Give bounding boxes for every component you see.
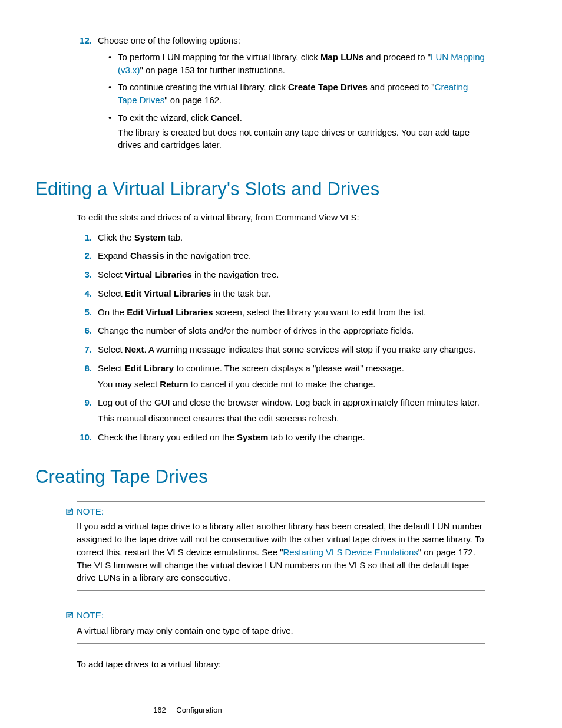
- creating-intro: To add tape drives to a virtual library:: [77, 658, 485, 671]
- step-list-continuation: 12. Choose one of the following options:…: [77, 34, 485, 156]
- note-icon: [66, 611, 74, 620]
- step-number: 6.: [77, 324, 92, 337]
- bold: Edit Virtual Libraries: [125, 288, 211, 298]
- link-restarting-vls[interactable]: Restarting VLS Device Emulations: [283, 547, 418, 557]
- bold: System: [237, 432, 268, 442]
- step-3: 3. Select Virtual Libraries in the navig…: [77, 268, 485, 281]
- bullet-item: To continue creating the virtual library…: [108, 81, 485, 107]
- note-label: NOTE:: [77, 505, 104, 518]
- text: To continue creating the virtual library…: [118, 82, 288, 92]
- note-body: A virtual library may only contain one t…: [77, 624, 485, 637]
- step-number: 5.: [77, 306, 92, 319]
- step-2: 2. Expand Chassis in the navigation tree…: [77, 249, 485, 262]
- text: .: [240, 113, 242, 123]
- bold: Cancel: [211, 113, 240, 123]
- heading-editing: Editing a Virtual Library's Slots and Dr…: [35, 176, 485, 203]
- text: to cancel if you decide not to make the …: [189, 379, 376, 389]
- text: Select: [98, 344, 125, 354]
- step-number: 10.: [77, 431, 92, 444]
- text: Select: [98, 363, 125, 373]
- bold: Edit Virtual Libraries: [127, 307, 213, 317]
- step-body: Change the number of slots and/or the nu…: [98, 324, 485, 337]
- step-body: Log out of the GUI and close the browser…: [98, 396, 485, 425]
- bold: Edit Library: [125, 363, 174, 373]
- step-number: 9.: [77, 396, 92, 425]
- text: " on page 162.: [164, 95, 222, 105]
- step-body: Select Virtual Libraries in the navigati…: [98, 268, 485, 281]
- text: You may select: [98, 379, 160, 389]
- step-body: Choose one of the following options: To …: [98, 34, 485, 156]
- text: tab to verify the change.: [268, 432, 365, 442]
- step-9: 9. Log out of the GUI and close the brow…: [77, 396, 485, 425]
- text: in the task bar.: [211, 288, 271, 298]
- note-icon: [66, 508, 74, 516]
- bold: Chassis: [130, 251, 164, 261]
- rule: [77, 501, 485, 502]
- text: Select: [98, 269, 125, 279]
- step-body: Click the System tab.: [98, 231, 485, 244]
- note-header: NOTE:: [66, 609, 485, 622]
- bold: Create Tape Drives: [288, 82, 368, 92]
- text: Check the library you edited on the: [98, 432, 237, 442]
- step-10: 10. Check the library you edited on the …: [77, 431, 485, 444]
- step-number: 7.: [77, 343, 92, 356]
- bold: Return: [160, 379, 188, 389]
- bold: Map LUNs: [320, 52, 363, 62]
- step-number: 1.: [77, 231, 92, 244]
- text: Click the: [98, 232, 134, 242]
- step-body: On the Edit Virtual Libraries screen, se…: [98, 306, 485, 319]
- step-body: Check the library you edited on the Syst…: [98, 431, 485, 444]
- step-7: 7. Select Next. A warning message indica…: [77, 343, 485, 356]
- text: Log out of the GUI and close the browser…: [98, 397, 480, 407]
- step-body: Select Edit Virtual Libraries in the tas…: [98, 287, 485, 300]
- editing-intro: To edit the slots and drives of a virtua…: [77, 211, 485, 224]
- text: to continue. The screen displays a "plea…: [174, 363, 404, 373]
- step-1: 1. Click the System tab.: [77, 231, 485, 244]
- step-text: Choose one of the following options:: [98, 35, 240, 45]
- note-header: NOTE:: [66, 505, 485, 518]
- note-block-1: NOTE: If you add a virtual tape drive to…: [77, 501, 485, 591]
- text: . A warning message indicates that some …: [144, 344, 475, 354]
- rule: [77, 605, 485, 605]
- text: tab.: [166, 232, 183, 242]
- text: in the navigation tree.: [192, 269, 279, 279]
- heading-creating: Creating Tape Drives: [35, 464, 485, 490]
- step-subtext: This manual disconnect ensures that the …: [98, 412, 485, 425]
- note-body: If you add a virtual tape drive to a lib…: [77, 520, 485, 584]
- bold: Virtual Libraries: [125, 269, 192, 279]
- step-body: Expand Chassis in the navigation tree.: [98, 249, 485, 262]
- footer-section: Configuration: [176, 706, 222, 714]
- rule: [77, 590, 485, 591]
- step-number: 12.: [77, 34, 92, 156]
- rule: [77, 643, 485, 644]
- step-4: 4. Select Edit Virtual Libraries in the …: [77, 287, 485, 300]
- text: On the: [98, 307, 127, 317]
- step-12: 12. Choose one of the following options:…: [77, 34, 485, 156]
- bullet-item: To exit the wizard, click Cancel. The li…: [108, 111, 485, 151]
- note-label: NOTE:: [77, 609, 104, 622]
- bold: Next: [125, 344, 144, 354]
- step-6: 6. Change the number of slots and/or the…: [77, 324, 485, 337]
- step-8: 8. Select Edit Library to continue. The …: [77, 362, 485, 391]
- step-body: Select Next. A warning message indicates…: [98, 343, 485, 356]
- step-number: 8.: [77, 362, 92, 391]
- text: and proceed to ": [363, 52, 431, 62]
- text: Expand: [98, 251, 130, 261]
- bullet-item: To perform LUN mapping for the virtual l…: [108, 51, 485, 77]
- page-footer: 162 Configuration: [153, 705, 222, 716]
- text: Select: [98, 288, 125, 298]
- step-subtext: You may select Return to cancel if you d…: [98, 378, 485, 391]
- bullet-subtext: The library is created but does not cont…: [118, 126, 485, 152]
- step-number: 4.: [77, 287, 92, 300]
- step-number: 3.: [77, 268, 92, 281]
- text: and proceed to ": [368, 82, 435, 92]
- page-number: 162: [153, 706, 166, 714]
- step-body: Select Edit Library to continue. The scr…: [98, 362, 485, 391]
- editing-step-list: 1. Click the System tab. 2. Expand Chass…: [77, 231, 485, 444]
- text: To exit the wizard, click: [118, 113, 211, 123]
- note-block-2: NOTE: A virtual library may only contain…: [77, 605, 485, 644]
- text: screen, select the library you want to e…: [213, 307, 427, 317]
- text: " on page 153 for further instructions.: [140, 65, 285, 75]
- step-5: 5. On the Edit Virtual Libraries screen,…: [77, 306, 485, 319]
- bullet-list: To perform LUN mapping for the virtual l…: [108, 51, 485, 151]
